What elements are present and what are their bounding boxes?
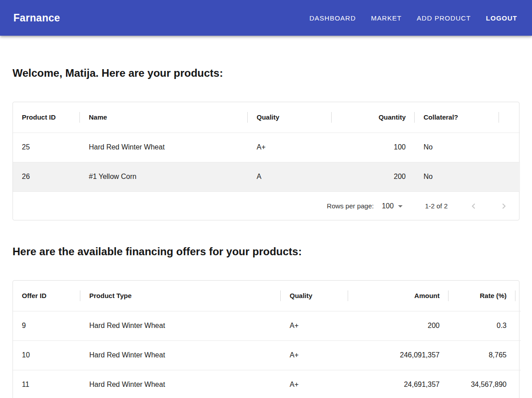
- offers-table-card: Offer IDProduct TypeQualityAmountRate (%…: [12, 280, 520, 398]
- column-label: Quality: [290, 292, 312, 299]
- brand-title: Farnance: [13, 12, 60, 24]
- chevron-left-icon: [468, 206, 479, 213]
- table-cell: A+: [248, 133, 332, 162]
- table-cell: [515, 370, 521, 398]
- column-label: Rate (%): [480, 292, 507, 299]
- table-row[interactable]: 9Hard Red Winter WheatA+2000.3: [13, 311, 521, 340]
- rows-per-page-select[interactable]: 100: [382, 202, 403, 210]
- table-row[interactable]: 25Hard Red Winter WheatA+100No: [13, 133, 520, 162]
- table-cell: Hard Red Winter Wheat: [80, 133, 248, 162]
- offers-heading: Here are the available financing offers …: [12, 245, 520, 259]
- table-cell: 200: [348, 311, 449, 340]
- nav-add-product[interactable]: ADD PRODUCT: [416, 11, 471, 25]
- column-label: Product Type: [89, 292, 132, 299]
- table-cell: No: [415, 133, 499, 162]
- table-cell: 8,765: [449, 340, 515, 370]
- products-table-card: Product IDNameQualityQuantityCollateral?…: [12, 102, 520, 220]
- table-cell: A+: [281, 370, 348, 398]
- table-cell: [515, 340, 521, 370]
- column-header-quantity: Quantity: [332, 102, 415, 133]
- column-label: Quality: [257, 113, 279, 121]
- nav-dashboard[interactable]: DASHBOARD: [309, 11, 356, 25]
- table-cell: 25: [13, 133, 80, 162]
- table-cell: A: [248, 162, 332, 191]
- rows-per-page-label: Rows per page:: [327, 202, 374, 210]
- column-label: Offer ID: [22, 292, 46, 299]
- column-label: Product ID: [22, 113, 56, 121]
- column-label: Name: [89, 113, 107, 121]
- table-cell: [515, 311, 521, 340]
- column-header-empty: [499, 102, 520, 133]
- table-cell: 100: [332, 133, 415, 162]
- table-cell: A+: [281, 311, 348, 340]
- main-content: Welcome, Matija. Here are your products:…: [0, 66, 532, 398]
- table-cell: 246,091,357: [348, 340, 449, 370]
- app-nav: DASHBOARDMARKETADD PRODUCTLOGOUT: [309, 11, 518, 25]
- table-cell: Hard Red Winter Wheat: [80, 340, 281, 370]
- products-table: Product IDNameQualityQuantityCollateral?…: [13, 102, 520, 191]
- nav-market[interactable]: MARKET: [370, 11, 402, 25]
- column-header-quality: Quality: [248, 102, 332, 133]
- welcome-heading: Welcome, Matija. Here are your products:: [12, 66, 520, 80]
- table-cell: 9: [13, 311, 80, 340]
- table-cell: 10: [13, 340, 80, 370]
- table-cell: 0.3: [449, 311, 515, 340]
- column-header-name: Name: [80, 102, 248, 133]
- table-cell: A+: [281, 340, 348, 370]
- prev-page-button[interactable]: [468, 201, 479, 211]
- column-label: Collateral?: [424, 113, 458, 121]
- nav-logout[interactable]: LOGOUT: [486, 11, 518, 25]
- chevron-right-icon: [499, 206, 509, 213]
- table-cell: [499, 162, 520, 191]
- column-label: Amount: [414, 292, 440, 299]
- column-header-quality: Quality: [281, 281, 348, 311]
- caret-down-icon: [398, 205, 403, 207]
- column-header-collateral: Collateral?: [415, 102, 499, 133]
- column-header-product-type: Product Type: [80, 281, 281, 311]
- rows-per-page-value: 100: [382, 202, 394, 210]
- next-page-button[interactable]: [499, 201, 509, 211]
- app-bar: Farnance DASHBOARDMARKETADD PRODUCTLOGOU…: [0, 0, 532, 36]
- offers-header-row: Offer IDProduct TypeQualityAmountRate (%…: [13, 281, 521, 311]
- products-header-row: Product IDNameQualityQuantityCollateral?: [13, 102, 520, 133]
- table-cell: 11: [13, 370, 80, 398]
- table-cell: Hard Red Winter Wheat: [80, 311, 281, 340]
- table-row[interactable]: 26#1 Yellow CornA200No: [13, 162, 520, 191]
- table-cell: #1 Yellow Corn: [80, 162, 248, 191]
- column-header-empty: [515, 281, 521, 311]
- pagination-range: 1-2 of 2: [425, 202, 448, 210]
- table-cell: 200: [332, 162, 415, 191]
- table-cell: 26: [13, 162, 80, 191]
- table-cell: 34,567,890: [449, 370, 515, 398]
- products-pagination: Rows per page: 100 1-2 of 2: [13, 191, 519, 220]
- offers-table: Offer IDProduct TypeQualityAmountRate (%…: [13, 281, 521, 398]
- table-row[interactable]: 10Hard Red Winter WheatA+246,091,3578,76…: [13, 340, 521, 370]
- table-cell: Hard Red Winter Wheat: [80, 370, 281, 398]
- column-header-rate: Rate (%): [449, 281, 515, 311]
- column-header-product-id: Product ID: [13, 102, 80, 133]
- column-header-amount: Amount: [348, 281, 449, 311]
- table-cell: [499, 133, 520, 162]
- column-header-offer-id: Offer ID: [13, 281, 80, 311]
- table-cell: 24,691,357: [348, 370, 449, 398]
- column-label: Quantity: [378, 113, 406, 121]
- table-cell: No: [415, 162, 499, 191]
- table-row[interactable]: 11Hard Red Winter WheatA+24,691,35734,56…: [13, 370, 521, 398]
